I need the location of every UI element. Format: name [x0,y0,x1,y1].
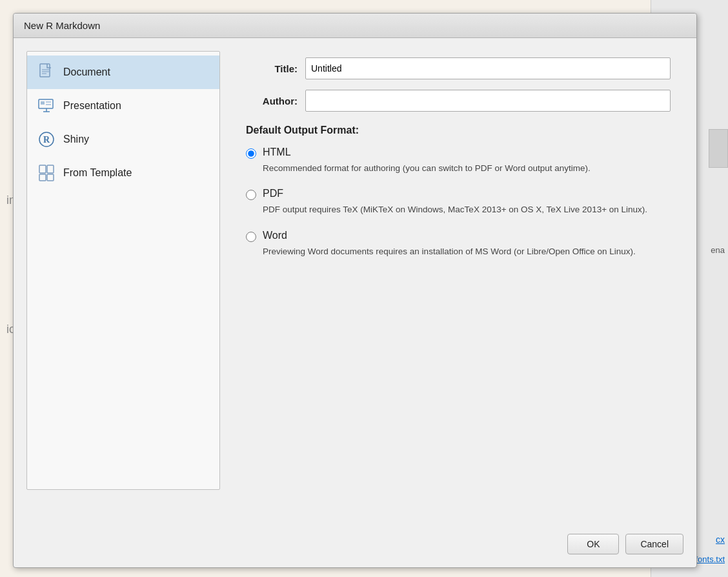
pdf-radio[interactable] [246,190,256,200]
dialog-title: New R Markdown [24,20,100,31]
dialog-titlebar: New R Markdown [14,14,696,38]
html-radio-row: HTML [246,147,671,159]
html-radio-label[interactable]: HTML [263,147,291,158]
svg-rect-12 [39,165,46,173]
html-radio[interactable] [246,148,256,159]
sidebar-item-shiny[interactable]: R Shiny [27,123,219,156]
new-rmarkdown-dialog: New R Markdown [13,13,697,568]
svg-rect-14 [39,174,46,181]
svg-rect-7 [41,101,45,105]
sidebar-item-document-label: Document [63,66,110,78]
author-label: Author: [246,96,298,106]
ok-button[interactable]: OK [567,534,619,554]
form-content: Title: Author: Default Output Format: HT… [233,51,683,529]
word-radio-desc: Previewing Word documents requires an in… [263,245,671,258]
sidebar-item-presentation[interactable]: Presentation [27,89,219,123]
svg-text:R: R [43,135,50,145]
bg-right-peek: ena [711,245,725,255]
document-icon [37,63,56,81]
author-row: Author: [246,90,671,112]
title-input[interactable] [305,57,671,79]
word-radio-row: Word [246,230,671,243]
word-radio[interactable] [246,232,256,242]
author-input[interactable] [305,90,671,112]
sidebar-item-from-template[interactable]: From Template [27,156,219,190]
word-option-group: Word Previewing Word documents requires … [246,230,671,258]
dialog-footer: OK Cancel [567,534,683,554]
sidebar-item-from-template-label: From Template [63,167,132,179]
svg-rect-15 [47,174,54,181]
cx-link[interactable]: cx [716,534,725,545]
pdf-radio-desc: PDF output requires TeX (MiKTeX on Windo… [263,203,671,216]
bg-scrollbar[interactable] [709,129,728,168]
cancel-button[interactable]: Cancel [625,534,683,554]
dialog-body: Document Presentation [14,38,696,542]
sidebar: Document Presentation [26,51,220,490]
html-option-group: HTML Recommended format for authoring (y… [246,147,671,175]
presentation-icon [37,97,56,115]
svg-rect-0 [40,64,50,77]
word-radio-label[interactable]: Word [263,230,287,241]
dialog-overlay: New R Markdown [13,13,710,568]
svg-rect-8 [46,101,51,103]
svg-rect-9 [46,104,51,105]
pdf-radio-row: PDF [246,188,671,201]
title-row: Title: [246,57,671,79]
sidebar-item-presentation-label: Presentation [63,100,121,112]
pdf-radio-label[interactable]: PDF [263,188,283,199]
output-format-heading: Default Output Format: [246,125,671,136]
sidebar-item-document[interactable]: Document [27,56,219,89]
title-label: Title: [246,63,298,74]
shiny-icon: R [37,130,56,148]
sidebar-item-shiny-label: Shiny [63,134,89,145]
template-icon [37,164,56,182]
pdf-option-group: PDF PDF output requires TeX (MiKTeX on W… [246,188,671,216]
svg-rect-13 [47,165,54,173]
html-radio-desc: Recommended format for authoring (you ca… [263,162,671,175]
